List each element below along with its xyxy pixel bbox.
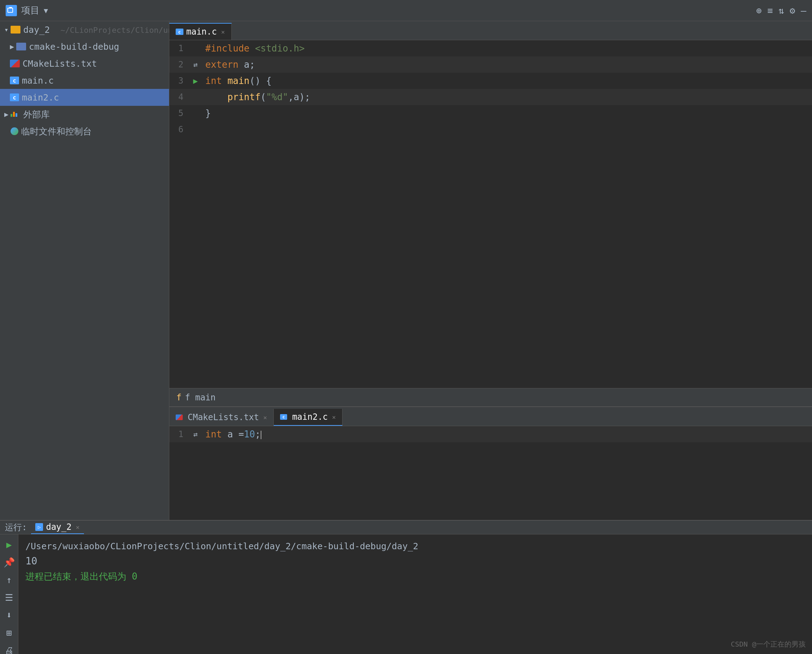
output-number: 10	[25, 555, 37, 567]
split-tab-main2c-label: main2.c	[292, 412, 328, 422]
code-content-4: printf("%d",a);	[203, 92, 310, 102]
code-line-3: 3 ▶ int main() {	[169, 73, 812, 89]
sidebar-item-cmakelists[interactable]: CMakeLists.txt	[0, 55, 169, 72]
split-tab-cmake[interactable]: CMakeLists.txt ×	[169, 409, 274, 426]
output-number-line: 10	[25, 553, 805, 569]
structure-label: f main	[185, 393, 215, 402]
run-panel-toolbar: ▶ 📌 ↑ ☰ ⬇ ⊞ 🖨 ↗ 🗑	[0, 535, 18, 654]
tree-arrow-day2: ▾	[4, 25, 8, 34]
sidebar-label-day2: day_2 ~/CLionProjects/Clion/untitled/day…	[23, 25, 169, 35]
run-tab-icon: ▷	[35, 523, 43, 531]
run-panel-content: ▶ 📌 ↑ ☰ ⬇ ⊞ 🖨 ↗ 🗑 /Users/wuxiaobo/CLionP…	[0, 535, 812, 654]
top-editor: c main.c × 1 #include <stdio.h> 2	[169, 21, 812, 407]
folder-icon-day2	[11, 26, 20, 34]
toolbar-icon-globe[interactable]: ⊕	[756, 5, 762, 16]
structure-panel: f f main	[169, 388, 812, 406]
sidebar: ▾ day_2 ~/CLionProjects/Clion/untitled/d…	[0, 21, 169, 520]
code-line-5: 5 }	[169, 105, 812, 121]
run-label: 运行:	[5, 522, 27, 533]
output-path: /Users/wuxiaobo/CLionProjects/Clion/unti…	[25, 541, 418, 552]
split-line-num-1: 1	[169, 429, 188, 439]
line-num-5: 5	[169, 108, 188, 118]
tree-arrow-cmake-build: ▶	[10, 42, 14, 51]
editor-tabs: c main.c ×	[169, 21, 812, 40]
svg-rect-0	[8, 8, 13, 12]
split-tab-cmake-label: CMakeLists.txt	[188, 413, 259, 422]
split-code-line-1: 1 ⇄ int a =10;	[169, 426, 812, 442]
toolbar-icon-list[interactable]: ≡	[767, 5, 773, 16]
toolbar-icon-settings[interactable]: ⚙	[790, 5, 795, 16]
bottom-panel: 运行: ▷ day_2 × ▶ 📌 ↑ ☰ ⬇ ⊞ 🖨 ↗ 🗑 /Users/w…	[0, 520, 812, 654]
output-path-line: /Users/wuxiaobo/CLionProjects/Clion/unti…	[25, 539, 805, 553]
sidebar-item-day2[interactable]: ▾ day_2 ~/CLionProjects/Clion/untitled/d…	[0, 21, 169, 38]
split-tab-main2c-icon: c	[280, 414, 287, 420]
code-line-6: 6	[169, 121, 812, 138]
line-gutter-2: ⇄	[188, 60, 203, 69]
top-toolbar: 项目 ▼ ⊕ ≡ ⇅ ⚙ —	[0, 0, 812, 21]
sidebar-label-main2c: main2.c	[22, 92, 59, 102]
code-content-2: extern a;	[203, 59, 255, 70]
editors-split-container: c main.c × 1 #include <stdio.h> 2	[169, 21, 812, 520]
toolbar-icon-sort[interactable]: ⇅	[778, 5, 784, 16]
run-btn-up[interactable]: ↑	[3, 573, 16, 587]
toolbar-dropdown-icon[interactable]: ▼	[44, 6, 48, 15]
bottom-editor: CMakeLists.txt × c main2.c × 1 ⇄ int a =…	[169, 407, 812, 520]
temp-icon	[11, 127, 18, 135]
code-editor-main2[interactable]: 1 ⇄ int a =10;	[169, 426, 812, 520]
run-btn-print[interactable]: 🖨	[3, 644, 16, 654]
split-code-content-1: int a =10;	[203, 429, 261, 440]
run-panel-header: 运行: ▷ day_2 ×	[0, 521, 812, 535]
code-line-1: 1 #include <stdio.h>	[169, 40, 812, 57]
toolbar-project-label: 项目	[21, 4, 40, 17]
code-line-2: 2 ⇄ extern a;	[169, 57, 812, 73]
code-line-4: 4 printf("%d",a);	[169, 89, 812, 105]
toolbar-icon-minimize[interactable]: —	[801, 5, 806, 16]
sidebar-item-external-libs[interactable]: ▶ 外部库	[0, 106, 169, 123]
run-tab-day2[interactable]: ▷ day_2 ×	[31, 521, 84, 534]
line-num-2: 2	[169, 60, 188, 69]
code-content-1: #include <stdio.h>	[203, 43, 305, 53]
run-btn-play[interactable]: ▶	[3, 538, 16, 552]
run-btn-pin[interactable]: 📌	[3, 556, 16, 569]
sidebar-item-cmake-build[interactable]: ▶ cmake-build-debug	[0, 38, 169, 55]
bar-icon-external	[11, 110, 20, 118]
run-tab-label: day_2	[46, 522, 71, 532]
run-btn-grid[interactable]: ⊞	[3, 626, 16, 640]
sidebar-item-main2c[interactable]: c main2.c	[0, 89, 169, 106]
line-gutter-3: ▶	[188, 76, 203, 86]
editor-area: c main.c × 1 #include <stdio.h> 2	[169, 21, 812, 520]
line-num-4: 4	[169, 92, 188, 102]
watermark: CSDN @一个正在的男孩	[731, 640, 806, 649]
main-layout: ▾ day_2 ~/CLionProjects/Clion/untitled/d…	[0, 21, 812, 520]
function-icon: f	[176, 393, 181, 402]
code-content-5: }	[203, 108, 211, 119]
run-btn-filter[interactable]: ☰	[3, 591, 16, 604]
svg-rect-1	[9, 7, 12, 8]
output-status-line: 进程已结束，退出代码为 0	[25, 569, 805, 584]
tab-mainc[interactable]: c main.c ×	[169, 23, 232, 40]
split-editor-tabs: CMakeLists.txt × c main2.c ×	[169, 407, 812, 426]
tab-icon-mainc: c	[176, 29, 183, 35]
run-output: /Users/wuxiaobo/CLionProjects/Clion/unti…	[18, 535, 812, 654]
folder-icon-cmake-build	[16, 43, 26, 50]
sidebar-label-cmakelists: CMakeLists.txt	[23, 58, 97, 69]
sidebar-item-mainc[interactable]: c main.c	[0, 72, 169, 89]
code-editor-main[interactable]: 1 #include <stdio.h> 2 ⇄ extern a; 3 ▶	[169, 40, 812, 388]
line-num-1: 1	[169, 43, 188, 53]
split-tab-main2c-close[interactable]: ×	[332, 413, 336, 421]
split-tab-cmake-icon	[176, 414, 183, 420]
run-btn-download[interactable]: ⬇	[3, 608, 16, 622]
c-icon-mainc: c	[10, 76, 19, 84]
tree-arrow-external: ▶	[4, 110, 8, 119]
split-tab-cmake-close[interactable]: ×	[263, 414, 267, 421]
sidebar-label-cmake-build: cmake-build-debug	[29, 41, 119, 52]
sidebar-label-temp: 临时文件和控制台	[21, 125, 92, 137]
split-tab-main2c[interactable]: c main2.c ×	[274, 409, 342, 426]
tab-close-mainc[interactable]: ×	[221, 28, 225, 36]
toolbar-icons: ⊕ ≡ ⇅ ⚙ —	[756, 5, 806, 16]
project-icon	[6, 5, 17, 16]
line-num-3: 3	[169, 76, 188, 86]
sidebar-item-temp[interactable]: ▶ 临时文件和控制台	[0, 123, 169, 140]
run-tab-close[interactable]: ×	[76, 524, 80, 531]
code-content-3: int main() {	[203, 75, 272, 86]
